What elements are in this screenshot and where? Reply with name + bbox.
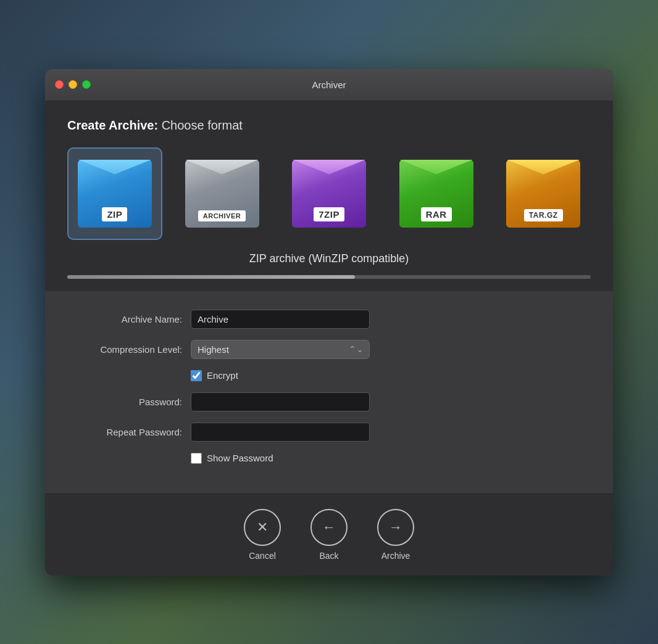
- main-window: Archiver Create Archive: Choose format Z…: [45, 69, 613, 576]
- flap-targz: [506, 160, 580, 184]
- cancel-button[interactable]: ✕ Cancel: [244, 509, 281, 561]
- cancel-label: Cancel: [249, 551, 276, 561]
- format-zip[interactable]: ZIP: [67, 147, 162, 240]
- close-button[interactable]: [55, 80, 64, 89]
- titlebar: Archiver: [45, 69, 613, 101]
- repeat-password-label: Repeat Password:: [67, 427, 191, 437]
- window-title: Archiver: [312, 80, 346, 90]
- archive-name-label: Archive Name:: [67, 314, 191, 324]
- format-7zip[interactable]: 7ZIP: [281, 147, 377, 240]
- flap-zip: [78, 160, 152, 184]
- archive-label: Archive: [381, 551, 410, 561]
- zip-label: ZIP: [102, 207, 127, 221]
- envelope-7zip: 7ZIP: [292, 160, 366, 228]
- rar-label: RAR: [421, 207, 452, 221]
- footer: ✕ Cancel ← Back → Archive: [45, 493, 613, 576]
- section-header: Create Archive: Choose format: [67, 118, 591, 133]
- targz-label: TAR.GZ: [524, 209, 563, 221]
- back-button[interactable]: ← Back: [310, 509, 348, 561]
- compression-select[interactable]: Lowest Low Normal High Highest: [191, 340, 370, 359]
- encrypt-label[interactable]: Encrypt: [207, 370, 238, 381]
- envelope-zip: ZIP: [78, 160, 152, 228]
- archive-button[interactable]: → Archive: [377, 509, 414, 561]
- format-targz[interactable]: TAR.GZ: [496, 147, 591, 240]
- format-icons: ZIP ARCHIVER 7ZIP: [67, 147, 591, 240]
- envelope-rar: RAR: [399, 160, 473, 228]
- show-password-row: Show Password: [67, 453, 591, 464]
- maximize-button[interactable]: [82, 80, 91, 89]
- bottom-section: Archive Name: Compression Level: Lowest …: [45, 291, 613, 493]
- archive-name-row: Archive Name:: [67, 310, 591, 329]
- archive-name-input[interactable]: [191, 310, 370, 329]
- section-header-normal: Choose format: [162, 118, 243, 132]
- flap-rar: [399, 160, 473, 184]
- compression-select-wrapper: Lowest Low Normal High Highest ⌃⌄: [191, 340, 370, 359]
- flap-archiver: [185, 160, 259, 184]
- progress-bar-fill: [67, 275, 355, 279]
- password-row: Password:: [67, 392, 591, 411]
- minimize-button[interactable]: [69, 80, 77, 89]
- format-description: ZIP archive (WinZIP compatible): [67, 252, 591, 265]
- repeat-password-row: Repeat Password:: [67, 423, 591, 442]
- progress-bar-container: [67, 275, 591, 279]
- 7zip-label: 7ZIP: [314, 207, 344, 221]
- top-section: Create Archive: Choose format ZIP ARCHIV…: [45, 101, 613, 291]
- encrypt-checkbox[interactable]: [191, 370, 202, 381]
- section-header-bold: Create Archive:: [67, 118, 158, 132]
- password-input[interactable]: [191, 392, 370, 411]
- flap-7zip: [292, 160, 366, 184]
- cancel-icon: ✕: [244, 509, 281, 546]
- compression-label: Compression Level:: [67, 344, 191, 355]
- show-password-label[interactable]: Show Password: [207, 453, 273, 463]
- format-archiver[interactable]: ARCHIVER: [175, 147, 270, 240]
- repeat-password-input[interactable]: [191, 423, 370, 442]
- archiver-label: ARCHIVER: [198, 210, 246, 221]
- back-icon: ←: [310, 509, 348, 546]
- envelope-targz: TAR.GZ: [506, 160, 580, 228]
- encrypt-row: Encrypt: [67, 370, 591, 381]
- show-password-checkbox[interactable]: [191, 453, 202, 464]
- password-label: Password:: [67, 397, 191, 407]
- format-rar[interactable]: RAR: [389, 147, 484, 240]
- envelope-archiver: ARCHIVER: [185, 160, 259, 228]
- traffic-lights: [55, 80, 91, 89]
- back-label: Back: [319, 551, 338, 561]
- archive-icon: →: [377, 509, 414, 546]
- compression-row: Compression Level: Lowest Low Normal Hig…: [67, 340, 591, 359]
